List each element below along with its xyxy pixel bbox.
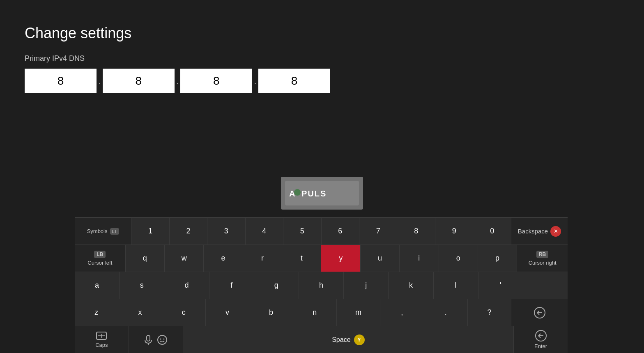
key-o[interactable]: o: [439, 245, 478, 272]
backspace-label: Backspace: [518, 228, 548, 235]
lb-badge: LB: [94, 251, 106, 258]
key-0[interactable]: 0: [473, 218, 511, 245]
dns-separator-1: .: [97, 75, 103, 87]
lt-badge: LT: [110, 228, 119, 235]
dns-separator-2: .: [175, 75, 181, 87]
symbols-key[interactable]: Symbols LT: [75, 218, 131, 245]
key-y[interactable]: y: [321, 245, 360, 272]
key-z[interactable]: z: [75, 299, 118, 326]
keyboard-row-4: z x c v b n m , . ?: [75, 299, 568, 326]
rb-badge: RB: [536, 251, 548, 258]
dns-field-1[interactable]: 8: [25, 69, 97, 93]
caps-key[interactable]: Caps: [75, 326, 129, 353]
dns-field-3[interactable]: 8: [180, 69, 252, 93]
key-n[interactable]: n: [293, 299, 337, 326]
key-7[interactable]: 7: [359, 218, 397, 245]
key-question[interactable]: ?: [468, 299, 511, 326]
key-period[interactable]: .: [424, 299, 468, 326]
key-l[interactable]: l: [434, 272, 478, 299]
key-r[interactable]: r: [243, 245, 282, 272]
dns-field-4[interactable]: 8: [258, 69, 330, 93]
key-a[interactable]: a: [75, 272, 120, 299]
enter-label: Enter: [534, 343, 547, 349]
keyboard: Symbols LT 1 2 3 4 5 6 7 8 9 0 Backspace…: [75, 217, 568, 353]
key-2[interactable]: 2: [170, 218, 207, 245]
cursor-right-label: Cursor right: [529, 260, 557, 266]
key-comma[interactable]: ,: [380, 299, 424, 326]
svg-point-13: [158, 335, 167, 344]
key-5[interactable]: 5: [283, 218, 321, 245]
key-m[interactable]: m: [337, 299, 380, 326]
enter-icon: [534, 307, 545, 318]
key-t[interactable]: t: [282, 245, 321, 272]
key-e[interactable]: e: [204, 245, 243, 272]
key-j[interactable]: j: [344, 272, 389, 299]
y-button-icon: Y: [354, 335, 365, 345]
dns-fields: 8 . 8 . 8 . 8: [25, 69, 619, 93]
keyboard-row-2: LB Cursor left q w e r t y u i o p RB Cu…: [75, 245, 568, 272]
enter-key[interactable]: Enter: [514, 326, 568, 353]
key-c[interactable]: c: [162, 299, 206, 326]
svg-point-15: [163, 338, 165, 339]
space-key[interactable]: Space Y: [183, 326, 514, 353]
cursor-left-label: Cursor left: [87, 260, 112, 266]
page-title: Change settings: [25, 25, 619, 42]
key-g[interactable]: g: [254, 272, 299, 299]
dns-label: Primary IPv4 DNS: [25, 54, 619, 63]
enter-icon-key[interactable]: [511, 299, 568, 326]
key-h[interactable]: h: [299, 272, 344, 299]
key-f[interactable]: f: [209, 272, 254, 299]
main-content: Change settings Primary IPv4 DNS 8 . 8 .…: [0, 0, 644, 93]
svg-point-2: [294, 189, 301, 196]
watermark: A PULS: [281, 177, 363, 210]
key-p[interactable]: p: [478, 245, 517, 272]
svg-text:PULS: PULS: [301, 189, 327, 198]
key-v[interactable]: v: [206, 299, 249, 326]
key-3[interactable]: 3: [207, 218, 245, 245]
key-1[interactable]: 1: [131, 218, 169, 245]
key-4[interactable]: 4: [246, 218, 283, 245]
key-k[interactable]: k: [389, 272, 433, 299]
backspace-key[interactable]: Backspace ✕: [511, 218, 568, 245]
mic-emoji-key[interactable]: [129, 326, 183, 353]
keyboard-row-1: Symbols LT 1 2 3 4 5 6 7 8 9 0 Backspace…: [75, 218, 568, 245]
key-u[interactable]: u: [361, 245, 400, 272]
emoji-icon: [157, 335, 168, 345]
caps-icon: [96, 331, 107, 340]
key-d[interactable]: d: [164, 272, 209, 299]
svg-rect-11: [147, 335, 150, 341]
watermark-logo: A PULS: [285, 181, 359, 205]
space-label: Space: [332, 336, 350, 344]
keyboard-row-5: Caps Space Y: [75, 326, 568, 353]
key-6[interactable]: 6: [322, 218, 359, 245]
dns-field-2[interactable]: 8: [103, 69, 175, 93]
backspace-icon: ✕: [550, 226, 561, 237]
svg-point-14: [160, 338, 161, 339]
caps-label: Caps: [95, 342, 108, 348]
key-s[interactable]: s: [120, 272, 164, 299]
key-i[interactable]: i: [400, 245, 439, 272]
key-b[interactable]: b: [249, 299, 293, 326]
key-q[interactable]: q: [126, 245, 165, 272]
keyboard-row-3: a s d f g h j k l ': [75, 272, 568, 299]
key-apostrophe[interactable]: ': [478, 272, 523, 299]
key-8[interactable]: 8: [397, 218, 435, 245]
key-filler: [523, 272, 568, 299]
enter-button-icon: [535, 330, 547, 341]
key-9[interactable]: 9: [435, 218, 473, 245]
cursor-left-key[interactable]: LB Cursor left: [75, 245, 126, 272]
key-x[interactable]: x: [118, 299, 162, 326]
key-w[interactable]: w: [165, 245, 204, 272]
cursor-right-key[interactable]: RB Cursor right: [517, 245, 568, 272]
dns-separator-3: .: [252, 75, 258, 87]
mic-icon: [144, 335, 153, 345]
symbols-label: Symbols: [87, 228, 108, 234]
